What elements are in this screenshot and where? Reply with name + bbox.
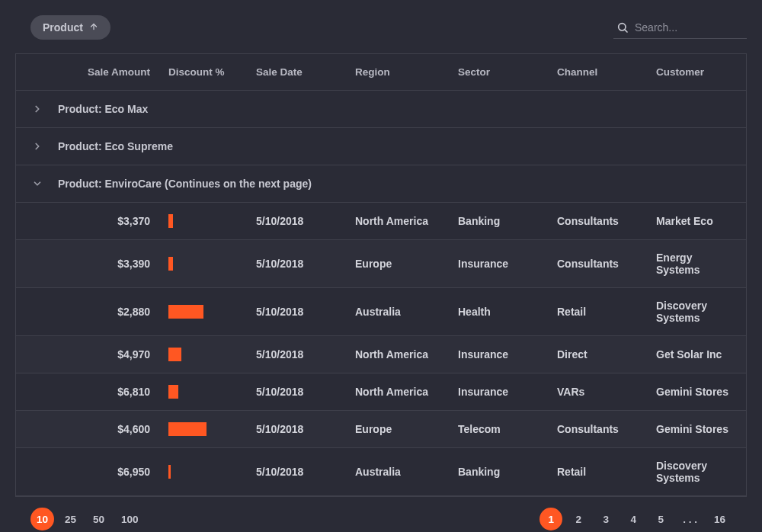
page-ellipsis[interactable]: . . .	[677, 508, 703, 530]
cell-customer: Discovery Systems	[656, 288, 746, 335]
cell-region: Australia	[355, 454, 458, 489]
cell-customer: Get Solar Inc	[656, 337, 746, 372]
cell-sector: Telecom	[458, 412, 557, 447]
svg-line-2	[625, 30, 627, 32]
cell-customer: Energy Systems	[656, 240, 746, 287]
col-expander	[16, 54, 58, 90]
table-row[interactable]: $3,3705/10/2018North AmericaBankingConsu…	[16, 203, 746, 240]
table-row[interactable]: $6,9505/10/2018AustraliaBankingRetailDis…	[16, 448, 746, 496]
cell-channel: Consultants	[557, 412, 656, 447]
cell-date: 5/10/2018	[256, 246, 355, 281]
cell-discount	[168, 245, 256, 282]
page-size-selector: 10 25 50 100	[30, 508, 145, 530]
col-region[interactable]: Region	[355, 54, 458, 90]
table-row[interactable]: $4,6005/10/2018EuropeTelecomConsultantsG…	[16, 411, 746, 448]
page-5[interactable]: 5	[649, 508, 672, 530]
group-row-envirocare[interactable]: Product: EnviroCare (Continues on the ne…	[16, 165, 746, 203]
discount-bar	[168, 385, 178, 399]
cell-sale-amount: $6,950	[16, 454, 168, 489]
page-4[interactable]: 4	[622, 508, 645, 530]
cell-discount	[168, 373, 256, 410]
cell-channel: Retail	[557, 454, 656, 489]
cell-region: Europe	[355, 246, 458, 281]
page-1[interactable]: 1	[539, 508, 562, 530]
page-2[interactable]: 2	[567, 508, 590, 530]
arrow-up-icon	[89, 22, 98, 33]
cell-date: 5/10/2018	[256, 204, 355, 239]
cell-channel: Retail	[557, 294, 656, 329]
cell-sale-amount: $4,970	[16, 337, 168, 372]
group-row-eco-supreme[interactable]: Product: Eco Supreme	[16, 128, 746, 165]
table-row[interactable]: $6,8105/10/2018North AmericaInsuranceVAR…	[16, 373, 746, 411]
discount-bar	[168, 348, 181, 361]
page-size-10[interactable]: 10	[30, 508, 54, 530]
group-label: Product: EnviroCare (Continues on the ne…	[58, 178, 312, 190]
cell-date: 5/10/2018	[256, 412, 355, 447]
cell-sale-amount: $4,600	[16, 412, 168, 447]
col-sector[interactable]: Sector	[458, 54, 557, 90]
cell-sector: Banking	[458, 454, 557, 489]
cell-date: 5/10/2018	[256, 294, 355, 329]
chevron-down-icon	[16, 178, 58, 189]
cell-sale-amount: $3,390	[16, 246, 168, 281]
cell-sector: Insurance	[458, 337, 557, 372]
cell-region: North America	[355, 337, 458, 372]
cell-customer: Gemini Stores	[656, 412, 746, 447]
cell-discount	[168, 336, 256, 373]
col-customer[interactable]: Customer	[656, 54, 746, 90]
cell-customer: Gemini Stores	[656, 374, 746, 409]
cell-sector: Insurance	[458, 246, 557, 281]
col-sale-amount[interactable]: Sale Amount	[58, 54, 168, 90]
cell-channel: Consultants	[557, 204, 656, 239]
page-size-100[interactable]: 100	[115, 508, 145, 530]
search-input[interactable]	[635, 21, 744, 34]
cell-discount	[168, 453, 256, 490]
cell-channel: VARs	[557, 374, 656, 409]
page-3[interactable]: 3	[594, 508, 617, 530]
col-sale-date[interactable]: Sale Date	[256, 54, 355, 90]
group-chip-label: Product	[43, 21, 83, 34]
pager: 1 2 3 4 5 . . . 16	[539, 508, 732, 530]
col-discount[interactable]: Discount %	[168, 54, 256, 90]
discount-bar	[168, 465, 171, 479]
data-grid: Sale Amount Discount % Sale Date Region …	[15, 53, 747, 497]
cell-customer: Discovery Systems	[656, 448, 746, 495]
table-header: Sale Amount Discount % Sale Date Region …	[16, 54, 746, 91]
discount-bar	[168, 422, 207, 436]
cell-region: Europe	[355, 412, 458, 447]
table-row[interactable]: $2,8805/10/2018AustraliaHealthRetailDisc…	[16, 288, 746, 336]
cell-sale-amount: $2,880	[16, 294, 168, 329]
chevron-right-icon	[16, 104, 58, 114]
page-size-50[interactable]: 50	[87, 508, 110, 530]
cell-discount	[168, 293, 256, 330]
page-size-25[interactable]: 25	[59, 508, 82, 530]
cell-region: Australia	[355, 294, 458, 329]
cell-customer: Market Eco	[656, 204, 746, 239]
group-label: Product: Eco Max	[58, 103, 148, 115]
page-last[interactable]: 16	[708, 508, 732, 530]
cell-sale-amount: $6,810	[16, 374, 168, 409]
search-field[interactable]	[613, 17, 747, 39]
cell-channel: Consultants	[557, 246, 656, 281]
col-channel[interactable]: Channel	[557, 54, 656, 90]
group-row-eco-max[interactable]: Product: Eco Max	[16, 91, 746, 128]
cell-sector: Banking	[458, 204, 557, 239]
cell-sale-amount: $3,370	[16, 204, 168, 239]
cell-discount	[168, 203, 256, 239]
group-label: Product: Eco Supreme	[58, 140, 173, 152]
search-icon	[616, 21, 629, 34]
cell-date: 5/10/2018	[256, 454, 355, 489]
cell-region: North America	[355, 204, 458, 239]
table-row[interactable]: $4,9705/10/2018North AmericaInsuranceDir…	[16, 336, 746, 373]
cell-date: 5/10/2018	[256, 337, 355, 372]
group-chip-product[interactable]: Product	[30, 15, 110, 40]
table-row[interactable]: $3,3905/10/2018EuropeInsuranceConsultant…	[16, 240, 746, 288]
cell-channel: Direct	[557, 337, 656, 372]
cell-region: North America	[355, 374, 458, 409]
cell-sector: Insurance	[458, 374, 557, 409]
cell-date: 5/10/2018	[256, 374, 355, 409]
cell-discount	[168, 411, 256, 447]
discount-bar	[168, 305, 203, 319]
cell-sector: Health	[458, 294, 557, 329]
chevron-right-icon	[16, 141, 58, 152]
